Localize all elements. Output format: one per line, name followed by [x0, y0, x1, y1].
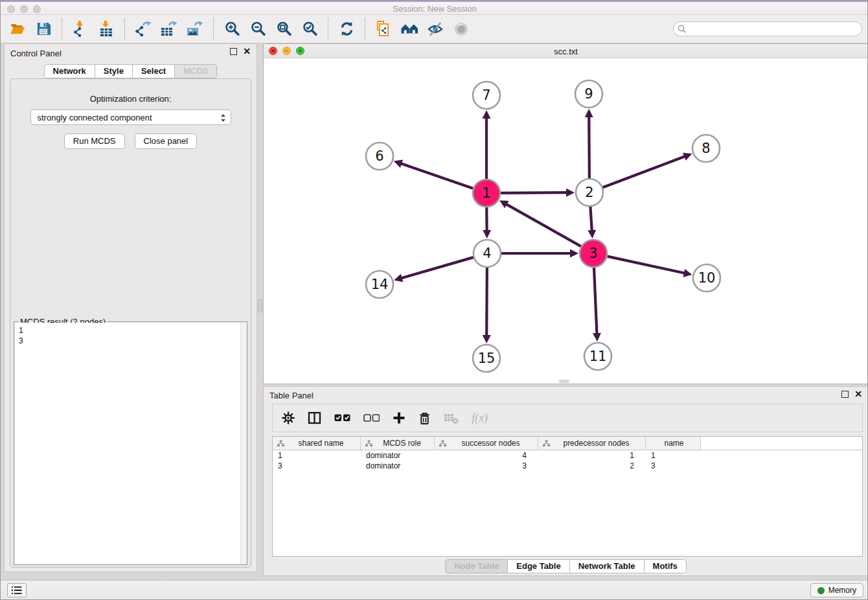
import-table-button[interactable] — [93, 17, 119, 41]
table-cell[interactable]: 1 — [538, 450, 646, 461]
table-cell[interactable]: 3 — [435, 461, 538, 471]
import-table-icon — [98, 21, 115, 38]
graph-node-14[interactable]: 14 — [366, 271, 393, 298]
open-session-icon — [9, 21, 26, 37]
table-cell[interactable]: 2 — [538, 461, 646, 471]
export-image-icon — [187, 21, 204, 38]
tab-network-table[interactable]: Network Table — [569, 559, 645, 573]
graph-node-7[interactable]: 7 — [473, 82, 500, 109]
column-header-predecessor-nodes[interactable]: predecessor nodes — [538, 437, 646, 450]
panel-splitter-handle[interactable] — [258, 299, 262, 312]
column-header-MCDS-role[interactable]: MCDS role — [361, 437, 435, 450]
graph-node-4[interactable]: 4 — [474, 240, 501, 267]
svg-text:6: 6 — [375, 148, 383, 164]
edge-3-10[interactable] — [607, 257, 685, 273]
close-table-panel-icon[interactable]: ✕ — [854, 391, 862, 398]
hide-selected-button[interactable] — [422, 17, 448, 41]
zoom-fit-button[interactable] — [271, 17, 297, 41]
first-neighbors-button[interactable] — [396, 17, 422, 41]
task-history-button[interactable] — [7, 583, 27, 597]
column-hierarchy-icon — [277, 440, 284, 447]
edge-2-9[interactable] — [589, 116, 589, 178]
column-header-successor-nodes[interactable]: successor nodes — [435, 437, 538, 450]
save-session-button[interactable] — [30, 17, 56, 41]
refresh-view-button[interactable] — [334, 17, 360, 41]
table-cell[interactable]: 1 — [646, 450, 701, 461]
table-cell[interactable]: 4 — [435, 450, 538, 461]
float-panel-icon[interactable] — [230, 48, 237, 55]
export-table-button[interactable] — [156, 17, 182, 41]
edge-2-8[interactable] — [603, 156, 686, 187]
close-panel-button[interactable]: Close panel — [135, 133, 198, 149]
memory-button[interactable]: Memory — [810, 583, 863, 597]
mcds-result-line: 1 — [19, 325, 246, 336]
tab-network[interactable]: Network — [44, 64, 95, 78]
delete-column-button[interactable] — [418, 411, 431, 425]
tab-select[interactable]: Select — [132, 64, 175, 78]
zoom-out-button[interactable] — [245, 17, 271, 41]
export-image-button[interactable] — [182, 17, 208, 41]
graph-node-3[interactable]: 3 — [580, 240, 607, 267]
main-toolbar — [1, 15, 868, 43]
graph-node-1[interactable]: 1 — [473, 179, 500, 207]
tab-motifs[interactable]: Motifs — [644, 559, 687, 573]
edge-3-1[interactable] — [506, 204, 581, 247]
import-network-button[interactable] — [67, 17, 93, 41]
zoom-selected-button[interactable] — [297, 17, 323, 41]
open-session-button[interactable] — [5, 17, 30, 41]
graph-node-8[interactable]: 8 — [692, 135, 720, 162]
table-settings-button[interactable] — [282, 411, 295, 424]
table-cell[interactable]: 3 — [646, 461, 701, 471]
graph-node-6[interactable]: 6 — [366, 143, 393, 170]
tab-edge-table[interactable]: Edge Table — [507, 559, 569, 573]
search-input[interactable] — [689, 25, 858, 34]
svg-text:9: 9 — [584, 86, 593, 102]
tab-mcds[interactable]: MCDS — [174, 64, 217, 78]
close-panel-icon[interactable]: ✕ — [243, 48, 251, 55]
graph-node-10[interactable]: 10 — [693, 264, 720, 292]
show-columns-button[interactable] — [308, 411, 321, 424]
table-row[interactable]: 1dominator411 — [273, 450, 862, 461]
network-hscroll-nub[interactable] — [559, 380, 569, 383]
edge-3-11[interactable] — [594, 268, 597, 334]
table-cell[interactable]: dominator — [361, 450, 435, 461]
memory-label: Memory — [828, 586, 856, 595]
network-canvas-svg[interactable]: 7968124314101511 — [264, 58, 868, 384]
add-column-button[interactable] — [393, 411, 405, 424]
toolbar-separator — [62, 18, 62, 40]
tab-node-table[interactable]: Node Table — [445, 559, 508, 573]
column-header-shared-name[interactable]: shared name — [273, 437, 361, 450]
edge-1-2[interactable] — [501, 192, 567, 193]
edge-1-6[interactable] — [400, 163, 473, 189]
edge-arrow-4-14 — [394, 274, 403, 282]
table-cell[interactable]: 1 — [273, 450, 361, 461]
graph-node-2[interactable]: 2 — [576, 179, 603, 206]
run-mcds-button[interactable]: Run MCDS — [64, 133, 125, 149]
graph-node-11[interactable]: 11 — [584, 343, 611, 370]
zoom-in-button[interactable] — [219, 17, 245, 41]
result-scrollbar[interactable] — [240, 323, 246, 564]
network-window-titlebar[interactable]: ✕ − + scc.txt — [264, 44, 868, 58]
tab-style[interactable]: Style — [95, 64, 133, 78]
edge-arrow-4-3 — [570, 249, 578, 258]
add-column-icon — [393, 411, 405, 424]
optimization-criterion-select[interactable]: strongly connected component — [30, 110, 231, 125]
table-cell[interactable]: 3 — [273, 461, 361, 471]
select-all-columns-button[interactable] — [334, 414, 350, 422]
edge-4-14[interactable] — [401, 257, 474, 278]
mcds-result-list[interactable]: 13 — [15, 323, 246, 564]
search-box[interactable] — [673, 21, 862, 36]
table-cell[interactable]: dominator — [361, 461, 435, 471]
deselect-all-columns-button[interactable] — [363, 414, 380, 422]
edge-4-15[interactable] — [486, 268, 487, 336]
table-settings-icon — [282, 411, 295, 424]
copy-network-button[interactable] — [371, 17, 396, 41]
table-row[interactable]: 3dominator323 — [273, 461, 862, 471]
control-panel-title: Control Panel — [10, 49, 62, 58]
graph-node-15[interactable]: 15 — [473, 345, 500, 372]
column-header-name[interactable]: name — [646, 437, 701, 450]
float-table-panel-icon[interactable] — [841, 391, 849, 398]
graph-node-9[interactable]: 9 — [575, 80, 602, 108]
export-network-button[interactable] — [130, 17, 156, 41]
edge-2-3[interactable] — [590, 207, 591, 231]
